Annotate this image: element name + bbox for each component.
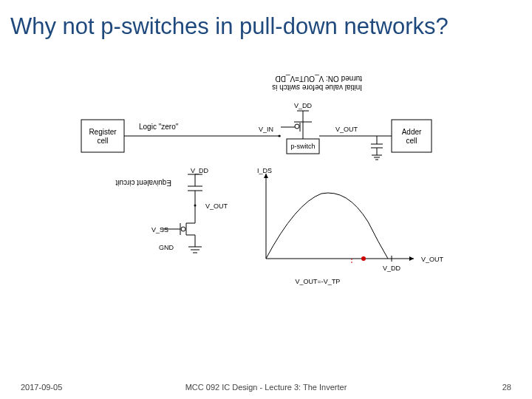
vdd-label-top: V_DD — [294, 102, 313, 109]
annotation-line2: turned ON: V_OUT=V_DD — [275, 75, 362, 83]
operating-point-dot — [361, 256, 366, 261]
vin-label: V_IN — [259, 126, 273, 133]
x-axis-label: V_OUT — [421, 256, 444, 263]
cell-label: cell — [97, 137, 108, 145]
svg-point-24 — [181, 227, 185, 231]
p-switch-label: p-switch — [290, 143, 315, 150]
footer-page: 28 — [502, 383, 511, 392]
vout-eq-label: V_OUT — [205, 202, 228, 210]
vss-label: V_SS — [151, 226, 168, 233]
adder-label: Adder — [402, 128, 422, 136]
gnd-label: GND — [159, 244, 174, 251]
adder-cell-label: cell — [406, 137, 417, 145]
logic-zero-label: Logic "zero" — [139, 123, 179, 131]
svg-point-1 — [295, 124, 299, 129]
vout-label-top: V_OUT — [335, 126, 358, 133]
adder-cell-box — [392, 120, 432, 152]
footer-center: MCC 092 IC Design - Lecture 3: The Inver… — [0, 383, 532, 392]
x-tick-vdd: V_DD — [383, 265, 401, 272]
annotation-line1: Initial value before switch is — [272, 83, 362, 92]
ids-curve — [266, 193, 388, 259]
ids-label: I_DS — [257, 167, 272, 174]
diagram-canvas: Initial value before switch is turned ON… — [0, 0, 532, 399]
curve-label: V_OUT=-V_TP — [296, 278, 341, 285]
equiv-circuit-label: Equivalent circuit — [115, 179, 171, 187]
register-cell-box — [81, 120, 124, 152]
node-dot-left — [279, 135, 281, 137]
register-label: Register — [89, 128, 117, 136]
vdd-eq-label: V_DD — [191, 167, 209, 174]
